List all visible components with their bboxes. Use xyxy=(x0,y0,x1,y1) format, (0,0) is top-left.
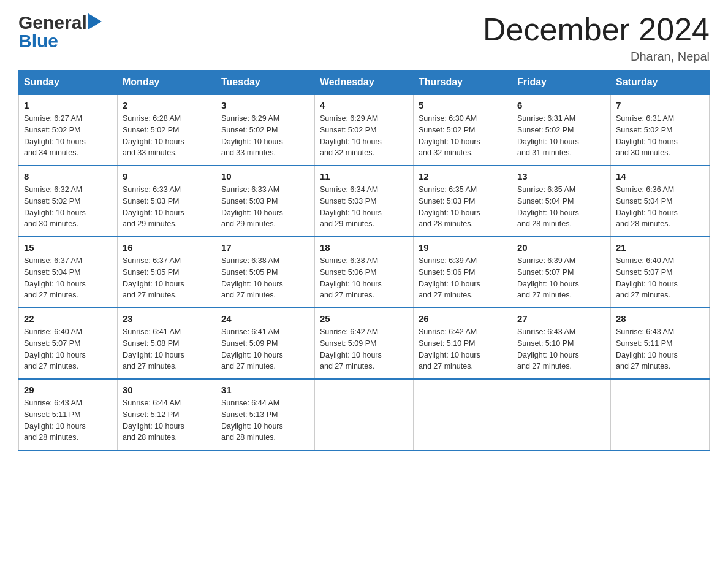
day-info: Sunrise: 6:39 AMSunset: 5:07 PMDaylight:… xyxy=(517,255,605,301)
column-header-sunday: Sunday xyxy=(19,71,118,95)
calendar-cell: 23Sunrise: 6:41 AMSunset: 5:08 PMDayligh… xyxy=(118,308,216,379)
day-number: 13 xyxy=(517,171,605,182)
day-number: 6 xyxy=(517,100,605,110)
day-info: Sunrise: 6:41 AMSunset: 5:09 PMDaylight:… xyxy=(221,326,309,372)
calendar-cell xyxy=(611,379,710,450)
calendar-cell: 10Sunrise: 6:33 AMSunset: 5:03 PMDayligh… xyxy=(216,166,315,237)
calendar-week-row: 15Sunrise: 6:37 AMSunset: 5:04 PMDayligh… xyxy=(19,237,710,308)
calendar-cell: 3Sunrise: 6:29 AMSunset: 5:02 PMDaylight… xyxy=(216,94,315,166)
day-number: 24 xyxy=(221,313,309,324)
day-number: 8 xyxy=(24,171,112,182)
day-number: 15 xyxy=(24,242,112,253)
calendar-cell: 9Sunrise: 6:33 AMSunset: 5:03 PMDaylight… xyxy=(118,166,216,237)
calendar-cell: 25Sunrise: 6:42 AMSunset: 5:09 PMDayligh… xyxy=(315,308,414,379)
calendar-cell: 14Sunrise: 6:36 AMSunset: 5:04 PMDayligh… xyxy=(611,166,710,237)
day-info: Sunrise: 6:42 AMSunset: 5:09 PMDaylight:… xyxy=(320,326,408,372)
column-header-friday: Friday xyxy=(512,71,611,95)
column-header-tuesday: Tuesday xyxy=(216,71,315,95)
calendar-cell: 15Sunrise: 6:37 AMSunset: 5:04 PMDayligh… xyxy=(19,237,118,308)
day-info: Sunrise: 6:30 AMSunset: 5:02 PMDaylight:… xyxy=(419,113,507,159)
day-number: 23 xyxy=(123,313,211,324)
day-info: Sunrise: 6:29 AMSunset: 5:02 PMDaylight:… xyxy=(320,113,408,159)
calendar-cell: 27Sunrise: 6:43 AMSunset: 5:10 PMDayligh… xyxy=(512,308,611,379)
day-info: Sunrise: 6:29 AMSunset: 5:02 PMDaylight:… xyxy=(221,113,309,159)
day-info: Sunrise: 6:40 AMSunset: 5:07 PMDaylight:… xyxy=(24,326,112,372)
day-number: 18 xyxy=(320,242,408,253)
day-number: 31 xyxy=(221,385,309,395)
calendar-header-row: SundayMondayTuesdayWednesdayThursdayFrid… xyxy=(19,71,710,95)
calendar-cell: 18Sunrise: 6:38 AMSunset: 5:06 PMDayligh… xyxy=(315,237,414,308)
calendar-cell: 22Sunrise: 6:40 AMSunset: 5:07 PMDayligh… xyxy=(19,308,118,379)
logo-general-text: General xyxy=(18,12,87,33)
day-info: Sunrise: 6:27 AMSunset: 5:02 PMDaylight:… xyxy=(24,113,112,159)
day-info: Sunrise: 6:44 AMSunset: 5:12 PMDaylight:… xyxy=(123,397,211,443)
calendar-week-row: 22Sunrise: 6:40 AMSunset: 5:07 PMDayligh… xyxy=(19,308,710,379)
calendar-cell: 8Sunrise: 6:32 AMSunset: 5:02 PMDaylight… xyxy=(19,166,118,237)
day-number: 5 xyxy=(419,100,507,110)
day-info: Sunrise: 6:34 AMSunset: 5:03 PMDaylight:… xyxy=(320,184,408,230)
day-info: Sunrise: 6:36 AMSunset: 5:04 PMDaylight:… xyxy=(616,184,704,230)
day-number: 9 xyxy=(123,171,211,182)
logo-triangle-icon xyxy=(88,13,102,29)
calendar-cell: 16Sunrise: 6:37 AMSunset: 5:05 PMDayligh… xyxy=(118,237,216,308)
calendar-cell xyxy=(315,379,414,450)
column-header-wednesday: Wednesday xyxy=(315,71,414,95)
day-info: Sunrise: 6:31 AMSunset: 5:02 PMDaylight:… xyxy=(616,113,704,159)
day-info: Sunrise: 6:28 AMSunset: 5:02 PMDaylight:… xyxy=(123,113,211,159)
month-title: December 2024 xyxy=(483,12,710,47)
day-info: Sunrise: 6:43 AMSunset: 5:11 PMDaylight:… xyxy=(24,397,112,443)
day-number: 21 xyxy=(616,242,704,253)
svg-marker-0 xyxy=(88,13,102,29)
day-info: Sunrise: 6:43 AMSunset: 5:11 PMDaylight:… xyxy=(616,326,704,372)
day-number: 26 xyxy=(419,313,507,324)
location: Dharan, Nepal xyxy=(483,50,710,64)
day-number: 29 xyxy=(24,385,112,395)
day-number: 17 xyxy=(221,242,309,253)
day-number: 11 xyxy=(320,171,408,182)
calendar-cell: 1Sunrise: 6:27 AMSunset: 5:02 PMDaylight… xyxy=(19,94,118,166)
calendar-week-row: 1Sunrise: 6:27 AMSunset: 5:02 PMDaylight… xyxy=(19,94,710,166)
column-header-thursday: Thursday xyxy=(414,71,512,95)
day-info: Sunrise: 6:42 AMSunset: 5:10 PMDaylight:… xyxy=(419,326,507,372)
day-info: Sunrise: 6:40 AMSunset: 5:07 PMDaylight:… xyxy=(616,255,704,301)
day-number: 12 xyxy=(419,171,507,182)
day-number: 7 xyxy=(616,100,704,110)
calendar-week-row: 8Sunrise: 6:32 AMSunset: 5:02 PMDaylight… xyxy=(19,166,710,237)
logo-blue-text: Blue xyxy=(18,31,102,52)
day-info: Sunrise: 6:35 AMSunset: 5:04 PMDaylight:… xyxy=(517,184,605,230)
calendar-cell: 12Sunrise: 6:35 AMSunset: 5:03 PMDayligh… xyxy=(414,166,512,237)
day-info: Sunrise: 6:31 AMSunset: 5:02 PMDaylight:… xyxy=(517,113,605,159)
calendar-cell: 31Sunrise: 6:44 AMSunset: 5:13 PMDayligh… xyxy=(216,379,315,450)
day-number: 27 xyxy=(517,313,605,324)
day-number: 19 xyxy=(419,242,507,253)
day-number: 3 xyxy=(221,100,309,110)
day-info: Sunrise: 6:41 AMSunset: 5:08 PMDaylight:… xyxy=(123,326,211,372)
day-number: 25 xyxy=(320,313,408,324)
calendar-cell: 19Sunrise: 6:39 AMSunset: 5:06 PMDayligh… xyxy=(414,237,512,308)
day-number: 14 xyxy=(616,171,704,182)
day-info: Sunrise: 6:43 AMSunset: 5:10 PMDaylight:… xyxy=(517,326,605,372)
logo: General Blue xyxy=(18,12,102,52)
calendar-cell: 20Sunrise: 6:39 AMSunset: 5:07 PMDayligh… xyxy=(512,237,611,308)
calendar-cell: 29Sunrise: 6:43 AMSunset: 5:11 PMDayligh… xyxy=(19,379,118,450)
calendar-cell: 4Sunrise: 6:29 AMSunset: 5:02 PMDaylight… xyxy=(315,94,414,166)
calendar-cell: 28Sunrise: 6:43 AMSunset: 5:11 PMDayligh… xyxy=(611,308,710,379)
day-number: 2 xyxy=(123,100,211,110)
calendar-cell: 13Sunrise: 6:35 AMSunset: 5:04 PMDayligh… xyxy=(512,166,611,237)
calendar-cell: 11Sunrise: 6:34 AMSunset: 5:03 PMDayligh… xyxy=(315,166,414,237)
title-area: December 2024 Dharan, Nepal xyxy=(483,12,710,64)
day-info: Sunrise: 6:33 AMSunset: 5:03 PMDaylight:… xyxy=(221,184,309,230)
day-number: 10 xyxy=(221,171,309,182)
calendar-cell: 21Sunrise: 6:40 AMSunset: 5:07 PMDayligh… xyxy=(611,237,710,308)
calendar-cell xyxy=(414,379,512,450)
calendar-cell: 24Sunrise: 6:41 AMSunset: 5:09 PMDayligh… xyxy=(216,308,315,379)
day-info: Sunrise: 6:32 AMSunset: 5:02 PMDaylight:… xyxy=(24,184,112,230)
calendar-cell: 26Sunrise: 6:42 AMSunset: 5:10 PMDayligh… xyxy=(414,308,512,379)
column-header-saturday: Saturday xyxy=(611,71,710,95)
calendar-cell: 5Sunrise: 6:30 AMSunset: 5:02 PMDaylight… xyxy=(414,94,512,166)
day-info: Sunrise: 6:35 AMSunset: 5:03 PMDaylight:… xyxy=(419,184,507,230)
calendar-cell xyxy=(512,379,611,450)
column-header-monday: Monday xyxy=(118,71,216,95)
day-info: Sunrise: 6:44 AMSunset: 5:13 PMDaylight:… xyxy=(221,397,309,443)
day-number: 16 xyxy=(123,242,211,253)
